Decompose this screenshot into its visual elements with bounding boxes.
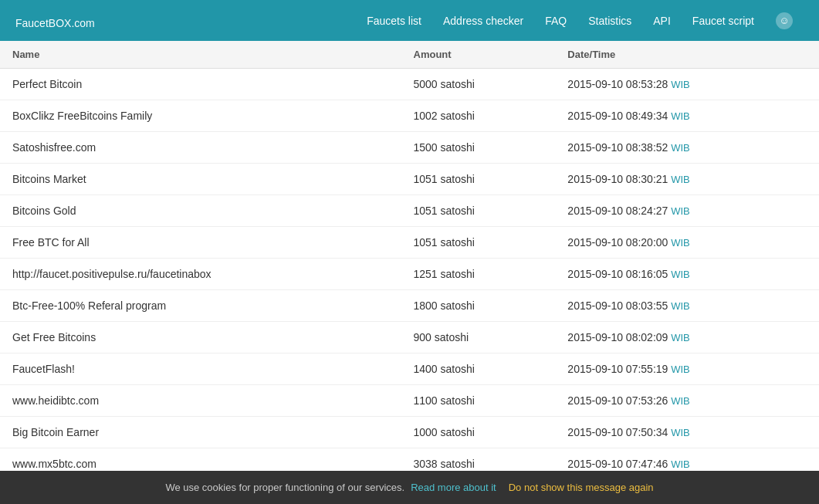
cell-amount: 5000 satoshi [401, 69, 556, 100]
nav-item-statistics[interactable]: Statistics [577, 0, 642, 41]
nav-item-faq[interactable]: FAQ [534, 0, 577, 41]
cell-name: Btc-Free-100% Referal program [0, 290, 401, 322]
cell-name: Free BTC for All [0, 227, 401, 259]
cell-datetime: 2015-09-10 08:38:52 WIB [555, 132, 819, 164]
table-body: Perfect Bitcoin5000 satoshi2015-09-10 08… [0, 69, 819, 480]
table-row: Bitcoins Market1051 satoshi2015-09-10 08… [0, 164, 819, 195]
cell-name: Satoshisfree.com [0, 132, 401, 164]
cell-amount: 900 satoshi [401, 322, 556, 353]
wib-link[interactable]: WIB [671, 205, 690, 217]
cell-name: Perfect Bitcoin [0, 69, 401, 100]
table-row: Free BTC for All1051 satoshi2015-09-10 0… [0, 227, 819, 259]
cell-datetime: 2015-09-10 08:49:34 WIB [555, 100, 819, 132]
nav-item-faucet-script[interactable]: Faucet script [682, 0, 765, 41]
cell-amount: 1051 satoshi [401, 227, 556, 259]
cell-name: Bitcoins Gold [0, 195, 401, 227]
cell-datetime: 2015-09-10 08:03:55 WIB [555, 290, 819, 322]
cell-amount: 1051 satoshi [401, 195, 556, 227]
cell-amount: 1002 satoshi [401, 100, 556, 132]
cookie-bar: We use cookies for proper functioning of… [0, 471, 819, 480]
table-row: FaucetFlash!1400 satoshi2015-09-10 07:55… [0, 353, 819, 385]
table-row: BoxClikz FreeBitcoins Family1002 satoshi… [0, 100, 819, 132]
table-row: Btc-Free-100% Referal program1800 satosh… [0, 290, 819, 322]
user-menu[interactable]: ☺ [765, 0, 804, 41]
wib-link[interactable]: WIB [671, 269, 690, 280]
table-row: http://faucet.positivepulse.ru/faucetina… [0, 259, 819, 290]
wib-link[interactable]: WIB [671, 79, 690, 90]
cell-amount: 1800 satoshi [401, 290, 556, 322]
cell-datetime: 2015-09-10 08:20:00 WIB [555, 227, 819, 259]
cell-name: www.heidibtc.com [0, 385, 401, 417]
col-name: Name [0, 41, 401, 69]
cell-datetime: 2015-09-10 07:55:19 WIB [555, 353, 819, 385]
wib-link[interactable]: WIB [671, 237, 690, 249]
wib-link[interactable]: WIB [671, 458, 690, 470]
nav-item-faucets-list[interactable]: Faucets list [356, 0, 432, 41]
header: FaucetBOX.com Faucets listAddress checke… [0, 0, 819, 41]
wib-link[interactable]: WIB [671, 174, 690, 185]
cell-name: Big Bitcoin Earner [0, 417, 401, 448]
cell-datetime: 2015-09-10 07:53:26 WIB [555, 385, 819, 417]
cell-datetime: 2015-09-10 08:02:09 WIB [555, 322, 819, 353]
cell-amount: 1400 satoshi [401, 353, 556, 385]
cell-amount: 1051 satoshi [401, 164, 556, 195]
wib-link[interactable]: WIB [671, 110, 690, 122]
table-row: Satoshisfree.com1500 satoshi2015-09-10 0… [0, 132, 819, 164]
cell-datetime: 2015-09-10 08:24:27 WIB [555, 195, 819, 227]
wib-link[interactable]: WIB [671, 427, 690, 438]
nav-item-address-checker[interactable]: Address checker [432, 0, 534, 41]
main-nav: Faucets listAddress checkerFAQStatistics… [356, 0, 765, 41]
logo: FaucetBOX.com [15, 10, 95, 32]
col-amount: Amount [401, 41, 556, 69]
nav-item-api[interactable]: API [642, 0, 682, 41]
logo-sub: .com [71, 17, 94, 29]
cell-amount: 1500 satoshi [401, 132, 556, 164]
logo-main: FaucetBOX [15, 17, 71, 29]
wib-link[interactable]: WIB [671, 332, 690, 343]
wib-link[interactable]: WIB [671, 300, 690, 312]
wib-link[interactable]: WIB [671, 364, 690, 375]
faucets-table: Name Amount Date/Time Perfect Bitcoin500… [0, 41, 819, 480]
cell-datetime: 2015-09-10 07:50:34 WIB [555, 417, 819, 448]
faucets-table-container: Name Amount Date/Time Perfect Bitcoin500… [0, 41, 819, 480]
table-header: Name Amount Date/Time [0, 41, 819, 69]
table-row: Bitcoins Gold1051 satoshi2015-09-10 08:2… [0, 195, 819, 227]
cell-name: FaucetFlash! [0, 353, 401, 385]
cell-amount: 1100 satoshi [401, 385, 556, 417]
cell-name: http://faucet.positivepulse.ru/faucetina… [0, 259, 401, 290]
cell-amount: 1251 satoshi [401, 259, 556, 290]
cell-name: Bitcoins Market [0, 164, 401, 195]
user-icon: ☺ [776, 12, 793, 29]
cell-name: BoxClikz FreeBitcoins Family [0, 100, 401, 132]
table-row: Perfect Bitcoin5000 satoshi2015-09-10 08… [0, 69, 819, 100]
cell-amount: 1000 satoshi [401, 417, 556, 448]
wib-link[interactable]: WIB [671, 395, 690, 407]
wib-link[interactable]: WIB [671, 142, 690, 154]
cell-datetime: 2015-09-10 08:16:05 WIB [555, 259, 819, 290]
cell-name: Get Free Bitcoins [0, 322, 401, 353]
table-row: www.heidibtc.com1100 satoshi2015-09-10 0… [0, 385, 819, 417]
col-datetime: Date/Time [555, 41, 819, 69]
cell-datetime: 2015-09-10 08:30:21 WIB [555, 164, 819, 195]
cell-datetime: 2015-09-10 08:53:28 WIB [555, 69, 819, 100]
table-row: Get Free Bitcoins900 satoshi2015-09-10 0… [0, 322, 819, 353]
table-row: Big Bitcoin Earner1000 satoshi2015-09-10… [0, 417, 819, 448]
